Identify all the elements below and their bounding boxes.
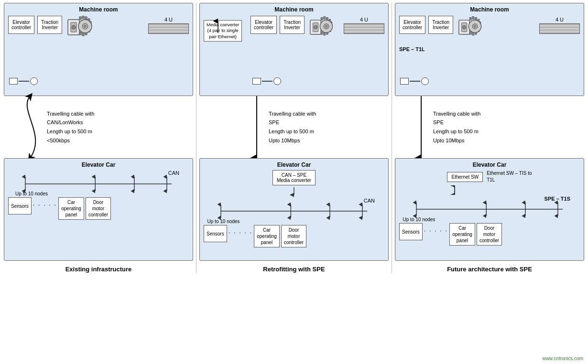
can-spe-area: CAN – SPE Media converter	[204, 170, 384, 185]
machine-room-box-2: Machine room Media converter (4 pair to …	[199, 3, 389, 96]
svg-rect-56	[469, 18, 471, 21]
svg-point-27	[314, 25, 317, 29]
elevator-car-title-3: Elevator Car	[399, 161, 580, 168]
elevator-controller-2: Elevator controller	[250, 16, 277, 34]
cable-area-3: Travelling cable with SPE Length up to 5…	[395, 96, 584, 158]
arrows-row-1	[17, 177, 180, 191]
svg-rect-36	[324, 32, 326, 35]
motor-icon-3	[458, 16, 485, 41]
svg-point-40	[325, 25, 328, 28]
svg-rect-3	[79, 17, 81, 20]
nodes-row-1: Sensors · · · · · Car operating panel Do…	[8, 197, 189, 220]
arrows-row-2	[213, 204, 375, 218]
svg-rect-30	[327, 18, 328, 21]
rack-box-3	[539, 23, 580, 34]
nodes-label-1: Up to 10 nodes	[15, 191, 48, 196]
svg-rect-58	[475, 18, 477, 21]
node-dots-2: · · · · ·	[229, 225, 253, 236]
svg-rect-57	[472, 17, 474, 20]
node-door-motor-2: Door motor controller	[281, 225, 306, 247]
machine-room-title-3: Machine room	[399, 6, 580, 13]
svg-rect-28	[321, 18, 323, 21]
can-label-2: CAN	[204, 198, 375, 203]
machine-room-title-2: Machine room	[204, 6, 384, 13]
rack-box-1	[148, 23, 189, 34]
node-dots-3: · · · · ·	[424, 223, 448, 234]
rack-area-3: 4 U	[539, 17, 580, 34]
nodes-row-3: Sensors · · · · · Car operating panel Do…	[399, 223, 580, 246]
column-2: Machine room Media converter (4 pair to …	[197, 3, 391, 273]
media-converter-box-2: Media converter (4 pair to single pair E…	[204, 20, 242, 42]
svg-rect-65	[469, 32, 471, 34]
cable-area-2: Travelling cable with SPE Length up to 5…	[199, 96, 389, 158]
elevator-car-title-1: Elevator Car	[8, 161, 189, 168]
node-sensors-3: Sensors	[399, 223, 423, 240]
eth-sw-label: Ethernet SW – TIS to T1L	[487, 170, 532, 183]
arrows-row-3	[408, 203, 571, 216]
rack-label-1: 4 U	[148, 17, 189, 22]
traction-inverter-3: Traction Inverter	[428, 16, 453, 34]
rack-area-2: 4 U	[344, 17, 384, 34]
node-sensors-1: Sensors	[8, 197, 32, 214]
machine-room-box-3: Machine room SPE – T1L Elevator controll…	[395, 3, 584, 96]
cable-area-1: Travelling cable with CAN/LonWorks Lengt…	[4, 96, 193, 158]
column-title-2: Retrofitting with SPE	[263, 266, 325, 273]
node-car-panel-3: Car operating panel	[449, 223, 475, 246]
rack-area-1: 4 U	[148, 17, 189, 34]
divider-1	[196, 3, 196, 273]
svg-rect-37	[321, 32, 323, 34]
svg-point-55	[462, 25, 466, 29]
divider-2	[392, 3, 392, 273]
can-spe-box-2: CAN – SPE Media converter	[272, 170, 316, 185]
travelling-cable-arrow-3	[395, 96, 584, 158]
eth-sw-box: Ethernet SW	[447, 172, 483, 182]
svg-point-68	[474, 25, 477, 28]
machine-room-title-1: Machine room	[8, 6, 189, 13]
node-car-panel-1: Car operating panel	[58, 197, 84, 220]
column-3: Machine room SPE – T1L Elevator controll…	[393, 3, 586, 273]
spe-t1l-label: SPE – T1L	[399, 46, 425, 52]
node-sensors-2: Sensors	[204, 225, 227, 242]
motor-icon-1	[67, 16, 96, 41]
plug-connector-3	[400, 77, 429, 85]
svg-rect-12	[79, 32, 81, 35]
can-area-1: CAN	[8, 170, 189, 220]
node-door-motor-1: Door motor controller	[86, 197, 111, 220]
rack-label-2: 4 U	[344, 17, 384, 22]
node-door-motor-3: Door motor controller	[477, 223, 502, 246]
machine-room-box-1: Machine room Elevator controller Tractio…	[4, 3, 193, 96]
travelling-cable-arrow-2	[199, 96, 389, 158]
travelling-cable-arrow-1	[4, 96, 193, 158]
elevator-car-box-1: Elevator Car CAN	[4, 158, 193, 261]
traction-inverter-2: Traction Inverter	[280, 16, 305, 34]
can-spe-arrow	[204, 187, 384, 197]
spe-t1s-label: SPE – T1S	[399, 196, 570, 202]
nodes-row-2: Sensors · · · · · Car operating panel Do…	[204, 225, 384, 247]
eth-sw-area: Ethernet SW Ethernet SW – TIS to T1L	[399, 170, 580, 183]
rack-label-3: 4 U	[539, 17, 580, 22]
can-label-1: CAN	[168, 170, 179, 176]
elevator-controller-3: Elevator controller	[399, 16, 425, 34]
plug-connector-2	[252, 77, 281, 85]
nodes-label-3: Up to 10 nodes	[403, 217, 580, 222]
plug-connector-1	[9, 77, 38, 85]
svg-point-2	[72, 25, 76, 29]
watermark: www.cntronics.com	[542, 356, 583, 361]
elevator-controller-1: Elevator controller	[8, 16, 34, 34]
svg-rect-4	[82, 16, 84, 19]
rack-box-2	[344, 23, 384, 34]
column-1: Machine room Elevator controller Tractio…	[2, 3, 195, 273]
node-dots-1: · · · · ·	[33, 197, 57, 208]
svg-rect-5	[85, 17, 87, 20]
node-car-panel-2: Car operating panel	[254, 225, 280, 247]
motor-icon-2	[309, 16, 336, 41]
svg-point-15	[84, 25, 87, 28]
svg-rect-64	[472, 32, 474, 35]
nodes-label-2: Up to 10 nodes	[207, 219, 384, 224]
column-title-3: Future architecture with SPE	[447, 266, 532, 273]
traction-inverter-1: Traction Inverter	[37, 16, 62, 34]
elevator-car-box-2: Elevator Car CAN – SPE Media converter	[199, 158, 389, 261]
svg-rect-29	[324, 17, 326, 20]
eth-sw-arrow	[450, 185, 580, 195]
column-title-1: Existing infrastructure	[65, 266, 132, 273]
